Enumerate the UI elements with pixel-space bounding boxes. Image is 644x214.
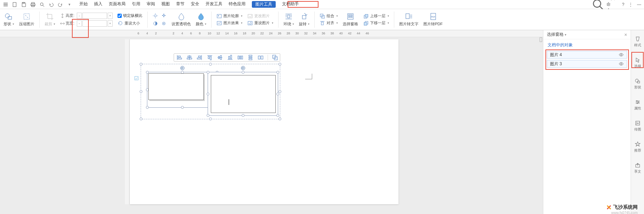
align-center-h-icon[interactable]: [186, 54, 193, 61]
shape-button[interactable]: 形状▾: [4, 12, 14, 27]
rotate-handle-2[interactable]: ⟳: [241, 66, 245, 70]
strip-shape[interactable]: 形状: [631, 76, 644, 91]
preview-icon[interactable]: [39, 2, 45, 7]
compress-button[interactable]: 压缩图片: [19, 12, 34, 27]
ruler-tick: 36: [322, 32, 325, 35]
strip-select[interactable]: 选择: [631, 55, 644, 70]
group-icon: [320, 13, 325, 19]
width-incr[interactable]: +: [108, 20, 113, 27]
height-incr[interactable]: +: [108, 13, 113, 19]
align-bottom-icon[interactable]: [227, 54, 233, 61]
height-input[interactable]: [82, 13, 107, 19]
width-input[interactable]: [82, 20, 107, 27]
tab-insert[interactable]: 插入: [94, 1, 102, 8]
distribute-v-icon[interactable]: [247, 54, 254, 61]
down-button[interactable]: 下移一层▾: [363, 20, 389, 26]
ruler-tick: 4: [146, 32, 148, 35]
crop-icon: [45, 12, 55, 21]
watermark-url: www.fs0745.com: [611, 211, 638, 214]
resetpic-button[interactable]: 重设图片▾: [247, 20, 273, 26]
align-middle-icon[interactable]: [217, 54, 223, 61]
topdf-button[interactable]: PDF 图片转PDF: [423, 12, 443, 27]
align-right-icon[interactable]: [196, 54, 203, 61]
align-button[interactable]: 对齐▾: [320, 20, 338, 26]
crop-button[interactable]: 裁剪▾: [45, 12, 55, 27]
outline-button[interactable]: 图片轮廓▾: [216, 13, 242, 19]
totext-button[interactable]: 图片转文字: [399, 12, 418, 27]
equal-size-icon[interactable]: [257, 54, 264, 61]
print-icon[interactable]: [30, 2, 36, 7]
rotate-handle-1[interactable]: ⟳: [180, 66, 185, 70]
object-item[interactable]: 图片 4: [547, 51, 627, 59]
group-small-icon[interactable]: [272, 54, 278, 61]
selected-image-1[interactable]: ⟳: [147, 72, 217, 108]
align-left-icon[interactable]: [176, 54, 182, 61]
lock-aspect[interactable]: 锁定纵横比: [118, 13, 142, 18]
tab-chapter[interactable]: 章节: [176, 1, 185, 8]
menu-icon[interactable]: [3, 2, 8, 7]
visibility-icon[interactable]: [618, 52, 624, 58]
collapse-icon[interactable]: —: [637, 2, 641, 7]
group-button[interactable]: 组合▾: [320, 13, 338, 19]
strip-share[interactable]: 享文: [631, 161, 644, 175]
strip-chuantu[interactable]: 传图: [631, 119, 644, 133]
group-label: 组合: [327, 13, 334, 19]
visibility-icon[interactable]: [618, 61, 624, 67]
down-label: 下移一层: [370, 20, 385, 26]
reset-size-button[interactable]: 重设大小: [118, 20, 142, 26]
strip-style[interactable]: 样式: [631, 34, 644, 49]
distribute-h-icon[interactable]: [237, 54, 243, 61]
dropdown-icon[interactable]: ▼: [67, 2, 72, 7]
effect-button[interactable]: 图片效果▾: [216, 20, 242, 26]
contrast-icon[interactable]: [153, 21, 158, 26]
selected-image-2[interactable]: ⟳: [208, 72, 278, 116]
ruler-tick: 12: [216, 32, 220, 35]
save-icon[interactable]: [21, 2, 27, 7]
svg-point-91: [636, 100, 637, 101]
height-decr[interactable]: -: [77, 13, 82, 19]
tab-start[interactable]: 开始: [79, 1, 88, 8]
help-icon[interactable]: ?: [622, 2, 624, 7]
color-button[interactable]: 颜色▾: [196, 12, 206, 27]
svg-rect-78: [261, 56, 263, 59]
new-icon[interactable]: [12, 2, 18, 7]
tab-dochelper[interactable]: 文档助手: [282, 1, 299, 8]
up-button[interactable]: 上移一层▾: [363, 13, 389, 19]
sparkle-icon[interactable]: [161, 13, 167, 19]
tab-special[interactable]: 特色应用: [229, 1, 246, 8]
rotate-button[interactable]: 旋转▾: [299, 12, 309, 27]
svg-rect-64: [210, 56, 211, 60]
totext-label: 图片转文字: [399, 21, 418, 27]
brightness-icon[interactable]: [153, 13, 158, 19]
transparency-button[interactable]: 设置透明色: [172, 12, 191, 27]
ruler-tick: 32: [304, 32, 308, 35]
width-decr[interactable]: -: [77, 20, 82, 27]
tab-ref[interactable]: 引用: [132, 1, 140, 8]
tab-review[interactable]: 审阅: [147, 1, 155, 8]
tab-security[interactable]: 安全: [191, 1, 199, 8]
strip-recommend[interactable]: 推荐: [631, 140, 644, 154]
svg-rect-28: [288, 15, 290, 18]
panel-close-icon[interactable]: ×: [624, 32, 627, 38]
ruler-tick: 34: [313, 32, 316, 35]
lock-checkbox[interactable]: [118, 14, 122, 18]
redo-icon[interactable]: [58, 2, 63, 7]
adjust-icon[interactable]: [161, 21, 167, 26]
tab-view[interactable]: 视图: [161, 1, 170, 8]
wrap-button[interactable]: 环绕▾: [283, 12, 294, 27]
object-item[interactable]: 图片 3: [547, 60, 627, 68]
undo-icon[interactable]: [48, 2, 54, 7]
tab-pictool[interactable]: 图片工具: [252, 1, 276, 8]
tab-dev[interactable]: 开发工具: [206, 1, 222, 8]
svg-rect-5: [32, 2, 34, 4]
tab-layout[interactable]: 页面布局: [109, 1, 126, 8]
align-top-icon[interactable]: [207, 54, 213, 61]
change-button[interactable]: 更改图片: [247, 13, 273, 19]
selpane-button[interactable]: 选择窗格: [343, 12, 358, 27]
scroll-indicator[interactable]: [539, 37, 542, 42]
svg-rect-35: [302, 15, 306, 19]
strip-prop[interactable]: 属性: [631, 98, 644, 112]
svg-rect-4: [23, 2, 25, 4]
more-icon[interactable]: ⋮: [629, 2, 633, 7]
crop-label: 裁剪: [45, 21, 52, 27]
